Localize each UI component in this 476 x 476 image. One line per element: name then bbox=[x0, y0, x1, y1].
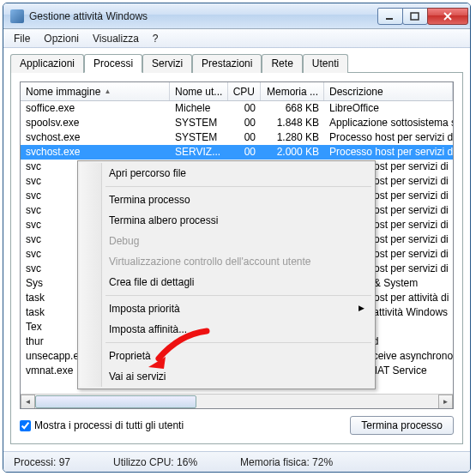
col-user[interactable]: Nome ut... bbox=[170, 82, 228, 100]
menu-options[interactable]: Opzioni bbox=[37, 31, 86, 46]
col-description[interactable]: Descrizione bbox=[324, 82, 453, 100]
status-cpu: Utilizzo CPU: 16% bbox=[113, 456, 197, 468]
menu-item[interactable]: Termina albero processi bbox=[80, 210, 373, 231]
col-cpu[interactable]: CPU bbox=[228, 82, 261, 100]
show-all-users-input[interactable] bbox=[20, 420, 31, 431]
menu-item[interactable]: Proprietà bbox=[80, 346, 373, 366]
tab-prestazioni[interactable]: Prestazioni bbox=[192, 54, 262, 73]
column-headers: Nome immagine▲ Nome ut... CPU Memoria ..… bbox=[21, 82, 453, 101]
table-row[interactable]: soffice.exeMichele00668 KBLibreOffice bbox=[21, 101, 453, 116]
menu-view[interactable]: Visualizza bbox=[86, 31, 146, 46]
menu-item: Debug bbox=[80, 231, 373, 251]
menu-item[interactable]: Apri percorso file bbox=[80, 163, 373, 184]
svg-rect-1 bbox=[411, 13, 419, 20]
tab-applicazioni[interactable]: Applicazioni bbox=[10, 54, 84, 73]
close-button[interactable] bbox=[427, 8, 468, 25]
show-all-users-label: Mostra i processi di tutti gli utenti bbox=[34, 419, 184, 431]
tab-rete[interactable]: Rete bbox=[262, 54, 302, 73]
sort-asc-icon: ▲ bbox=[104, 87, 111, 95]
scroll-left-button[interactable]: ◄ bbox=[21, 395, 35, 409]
menu-item[interactable]: Imposta affinità... bbox=[80, 319, 373, 340]
submenu-arrow-icon: ▶ bbox=[359, 304, 365, 312]
scroll-track[interactable] bbox=[35, 395, 438, 409]
scroll-right-button[interactable]: ► bbox=[438, 395, 453, 409]
menu-help[interactable]: ? bbox=[146, 31, 166, 46]
task-manager-window: Gestione attività Windows File Opzioni V… bbox=[3, 3, 471, 473]
menu-separator bbox=[105, 342, 371, 343]
status-memory: Memoria fisica: 72% bbox=[240, 456, 333, 468]
window-title: Gestione attività Windows bbox=[29, 10, 378, 22]
context-menu: Apri percorso fileTermina processoTermin… bbox=[77, 160, 376, 389]
table-row[interactable]: spoolsv.exeSYSTEM001.848 KBApplicazione … bbox=[21, 116, 453, 130]
menu-file[interactable]: File bbox=[7, 31, 37, 46]
menu-separator bbox=[105, 186, 371, 187]
col-image-name[interactable]: Nome immagine▲ bbox=[21, 82, 170, 100]
scroll-thumb[interactable] bbox=[35, 395, 196, 408]
tab-processi[interactable]: Processi bbox=[84, 54, 142, 73]
svg-rect-0 bbox=[386, 18, 393, 20]
minimize-button[interactable] bbox=[377, 8, 403, 25]
tab-utenti[interactable]: Utenti bbox=[303, 54, 348, 73]
tabs: ApplicazioniProcessiServiziPrestazioniRe… bbox=[10, 54, 463, 73]
menu-separator bbox=[105, 295, 371, 296]
table-row[interactable]: svchost.exeSYSTEM001.280 KBProcesso host… bbox=[21, 130, 453, 145]
end-process-button[interactable]: Termina processo bbox=[350, 416, 454, 435]
titlebar[interactable]: Gestione attività Windows bbox=[3, 3, 470, 29]
maximize-button[interactable] bbox=[402, 8, 428, 25]
table-row[interactable]: svchost.exeSERVIZ...002.000 KBProcesso h… bbox=[21, 145, 453, 160]
menu-item[interactable]: Imposta priorità▶ bbox=[80, 298, 373, 319]
menu-item[interactable]: Crea file di dettagli bbox=[80, 272, 373, 292]
statusbar: Processi: 97 Utilizzo CPU: 16% Memoria f… bbox=[3, 451, 470, 472]
show-all-users-checkbox[interactable]: Mostra i processi di tutti gli utenti bbox=[20, 419, 184, 431]
col-memory[interactable]: Memoria ... bbox=[261, 82, 324, 100]
menu-item[interactable]: Vai ai servizi bbox=[80, 366, 373, 387]
menu-item[interactable]: Termina processo bbox=[80, 190, 373, 210]
tab-servizi[interactable]: Servizi bbox=[142, 54, 192, 73]
app-icon bbox=[10, 9, 24, 23]
status-processes: Processi: 97 bbox=[14, 456, 70, 468]
menu-item: Virtualizzazione controllo dell'account … bbox=[80, 251, 373, 272]
menubar: File Opzioni Visualizza ? bbox=[3, 29, 470, 48]
horizontal-scrollbar[interactable]: ◄ ► bbox=[21, 394, 453, 408]
